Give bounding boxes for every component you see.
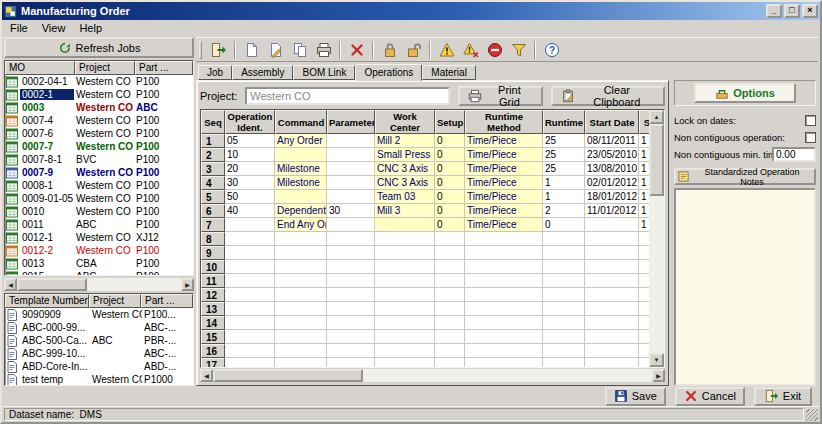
ops-cell-empty[interactable]: [225, 316, 275, 330]
ops-row-number[interactable]: 13: [201, 302, 225, 316]
ops-cell-command[interactable]: [275, 148, 327, 162]
mo-list-column-header[interactable]: MO: [5, 61, 75, 75]
ops-cell-empty[interactable]: [435, 302, 465, 316]
ops-column-header-work-center[interactable]: Work Center: [375, 110, 435, 134]
help-icon[interactable]: ?: [540, 39, 563, 61]
ops-cell-empty[interactable]: [585, 330, 639, 344]
ops-cell-date[interactable]: 02/01/2012: [585, 176, 639, 190]
warning-icon[interactable]: [435, 39, 458, 61]
ops-cell-date[interactable]: [585, 218, 639, 232]
ops-cell-s[interactable]: 1: [639, 162, 649, 176]
ops-cell-empty[interactable]: [435, 274, 465, 288]
mo-row[interactable]: 0007-7Western COP100: [5, 140, 193, 153]
ops-cell-rtm[interactable]: Time/Piece: [465, 190, 543, 204]
ops-cell-empty[interactable]: [225, 344, 275, 358]
ops-cell-empty[interactable]: [465, 274, 543, 288]
menu-file[interactable]: File: [3, 21, 35, 35]
copy-icon[interactable]: [288, 39, 311, 61]
non-contiguous-min-time-input[interactable]: [772, 147, 816, 162]
ops-cell-empty[interactable]: [375, 288, 435, 302]
mo-scroll-track[interactable]: [17, 278, 181, 291]
ops-cell-command[interactable]: Dependent c: [275, 204, 327, 218]
ops-cell-rtm[interactable]: Time/Piece: [465, 176, 543, 190]
ops-cell-empty[interactable]: [465, 358, 543, 367]
ops-cell-empty[interactable]: [375, 344, 435, 358]
ops-cell-wc[interactable]: Small Press: [375, 148, 435, 162]
template-row[interactable]: ABC-000-99...ABC-...: [5, 321, 193, 334]
exit-button[interactable]: Exit: [754, 387, 812, 406]
ops-cell-setup[interactable]: 0: [435, 162, 465, 176]
ops-cell-empty[interactable]: [585, 274, 639, 288]
tab-assembly[interactable]: Assembly: [232, 65, 293, 80]
ops-cell-rtm[interactable]: Time/Piece: [465, 204, 543, 218]
ops-cell-empty[interactable]: [225, 274, 275, 288]
ops-cell-empty[interactable]: [585, 288, 639, 302]
ops-cell-empty[interactable]: [327, 288, 375, 302]
tab-material[interactable]: Material: [422, 65, 476, 80]
refresh-jobs-button[interactable]: Refresh Jobs: [4, 37, 194, 58]
ops-cell-empty[interactable]: [639, 260, 649, 274]
grid-vscroll-thumb[interactable]: [649, 124, 664, 196]
ops-row-number[interactable]: 6: [201, 204, 225, 218]
ops-cell-empty[interactable]: [327, 302, 375, 316]
template-row[interactable]: ABD-Core-In...ABD-...: [5, 360, 193, 373]
tab-job[interactable]: Job: [198, 65, 232, 80]
save-button[interactable]: Save: [605, 387, 666, 406]
ops-cell-rt[interactable]: 25: [543, 148, 585, 162]
mo-row[interactable]: 0007-9Western COP100: [5, 166, 193, 179]
ops-cell-param[interactable]: [327, 176, 375, 190]
ops-cell-empty[interactable]: [465, 260, 543, 274]
ops-cell-param[interactable]: [327, 134, 375, 148]
project-input[interactable]: [245, 87, 450, 105]
ops-cell-empty[interactable]: [585, 316, 639, 330]
mo-row[interactable]: 0002-1Western COP100: [5, 88, 193, 101]
ops-cell-empty[interactable]: [543, 316, 585, 330]
ops-cell-empty[interactable]: [327, 232, 375, 246]
edit-icon[interactable]: [264, 39, 287, 61]
template-list-column-header[interactable]: Part ...: [141, 294, 193, 308]
ops-column-header-seq[interactable]: Seq: [201, 110, 225, 134]
ops-cell-s[interactable]: 1: [639, 204, 649, 218]
ops-cell-empty[interactable]: [327, 316, 375, 330]
ops-row-number[interactable]: 7: [201, 218, 225, 232]
mo-list-column-header[interactable]: Part ...: [135, 61, 193, 75]
ops-cell-op[interactable]: [225, 218, 275, 232]
ops-cell-empty[interactable]: [375, 232, 435, 246]
ops-column-header-parameter[interactable]: Parameter: [327, 110, 375, 134]
ops-cell-empty[interactable]: [327, 246, 375, 260]
ops-cell-empty[interactable]: [375, 260, 435, 274]
ops-row-number[interactable]: 5: [201, 190, 225, 204]
ops-cell-empty[interactable]: [275, 288, 327, 302]
ops-cell-empty[interactable]: [585, 302, 639, 316]
ops-cell-date[interactable]: 11/01/2012: [585, 204, 639, 218]
ops-cell-empty[interactable]: [375, 316, 435, 330]
mo-row[interactable]: 0007-4Western COP100: [5, 114, 193, 127]
ops-cell-rt[interactable]: 25: [543, 162, 585, 176]
ops-row-number[interactable]: 10: [201, 260, 225, 274]
ops-cell-setup[interactable]: 0: [435, 134, 465, 148]
ops-cell-rt[interactable]: 1: [543, 176, 585, 190]
close-button[interactable]: ×: [802, 4, 818, 18]
ops-cell-empty[interactable]: [543, 232, 585, 246]
mo-row[interactable]: 0007-8-1BVCP100: [5, 153, 193, 166]
ops-cell-empty[interactable]: [543, 358, 585, 367]
ops-cell-param[interactable]: [327, 218, 375, 232]
template-row[interactable]: ABC-999-10...ABC-...: [5, 347, 193, 360]
ops-cell-empty[interactable]: [639, 316, 649, 330]
template-list-column-header[interactable]: Template Number: [5, 294, 89, 308]
ops-cell-rt[interactable]: 0: [543, 218, 585, 232]
ops-cell-rtm[interactable]: Time/Piece: [465, 134, 543, 148]
standardized-operation-notes-button[interactable]: Standardized Operation Notes: [674, 168, 816, 185]
grid-hscrollbar[interactable]: ◀ ▶: [200, 369, 665, 382]
tab-operations[interactable]: Operations: [355, 64, 422, 81]
mo-row[interactable]: 0015ABCP100: [5, 270, 193, 275]
ops-cell-empty[interactable]: [465, 302, 543, 316]
ops-cell-empty[interactable]: [435, 358, 465, 367]
ops-cell-empty[interactable]: [543, 246, 585, 260]
ops-cell-empty[interactable]: [225, 246, 275, 260]
template-row[interactable]: ABC-500-Ca...ABCPBR-...: [5, 334, 193, 347]
ops-cell-empty[interactable]: [585, 232, 639, 246]
ops-row-number[interactable]: 9: [201, 246, 225, 260]
ops-cell-empty[interactable]: [375, 330, 435, 344]
menu-help[interactable]: Help: [72, 21, 109, 35]
